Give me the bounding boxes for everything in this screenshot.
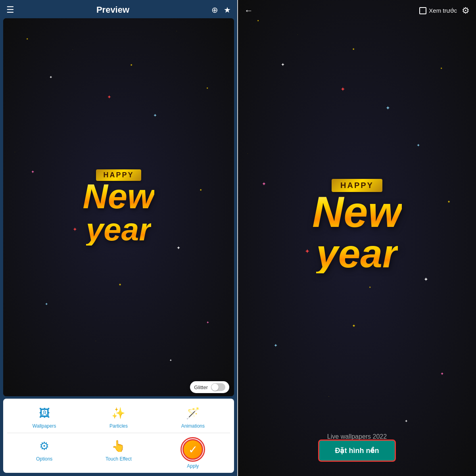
animations-icon: 🪄 [184, 404, 202, 422]
apply-checkmark: ✓ [188, 443, 198, 456]
animations-button[interactable]: 🪄 Animations [175, 404, 211, 429]
touch-effect-label: Touch Effect [106, 456, 132, 462]
year-text-left: year [86, 214, 152, 246]
animations-label: Animations [181, 423, 205, 429]
bottom-bar: 🖼 Wallpapers ✨ Particles 🪄 Animations ⚙ … [3, 399, 234, 473]
xem-truoc-label: Xem trước [429, 7, 457, 14]
hny-text-right: HAPPY New year [312, 179, 402, 273]
settings-icon[interactable]: ⚙ [462, 6, 470, 16]
glitter-toggle-switch[interactable] [211, 383, 225, 391]
set-wallpaper-button[interactable]: Đặt hình nền [318, 440, 396, 462]
xem-truoc-button[interactable]: Xem trước [419, 7, 457, 14]
right-panel: ★ · ★ · ★ ✦ ✦ ✦ ✦ ✦ ★ ✦ ✦ · ✦ ★ · ✦ ✦ ★ … [238, 0, 476, 476]
bottom-row-2: ⚙ Options 👆 Touch Effect ✓ Apply [3, 436, 234, 470]
glitter-label: Glitter [194, 384, 208, 390]
bottom-row-1: 🖼 Wallpapers ✨ Particles 🪄 Animations [3, 403, 234, 430]
back-button[interactable]: ← [244, 6, 253, 16]
touch-effect-button[interactable]: 👆 Touch Effect [101, 437, 136, 462]
new-text-left: New [83, 179, 155, 214]
bottom-divider [7, 433, 230, 433]
right-header: ← Xem trước ⚙ [238, 0, 476, 21]
apply-button[interactable]: ✓ Apply [175, 437, 211, 469]
wallpaper-background: ★ · ★ · ★ ✦ ✦ ✦ ✦ ✦ ★ ✦ ✦ · ✦ ★ · ✦ HAPP… [3, 18, 234, 396]
touch-effect-icon: 👆 [110, 437, 127, 455]
right-header-actions: Xem trước ⚙ [419, 6, 470, 16]
glitter-toggle-container: Glitter [190, 381, 229, 393]
apply-red-border: ✓ [180, 437, 205, 462]
menu-icon[interactable]: ☰ [6, 5, 14, 15]
options-icon: ⚙ [36, 437, 53, 455]
share-icon[interactable]: ⊕ [211, 5, 218, 15]
hny-text-left: HAPPY New year [83, 169, 155, 246]
happy-banner-left: HAPPY [96, 169, 141, 181]
apply-icon: ✓ [182, 439, 203, 460]
wallpapers-icon: 🖼 [36, 404, 53, 422]
new-text-right: New [312, 190, 402, 234]
square-icon [419, 7, 426, 14]
wallpapers-button[interactable]: 🖼 Wallpapers [27, 404, 62, 429]
header-actions: ⊕ ★ [211, 5, 231, 15]
left-header: ☰ Preview ⊕ ★ [3, 0, 234, 18]
particles-icon: ✨ [110, 404, 127, 422]
apply-label: Apply [187, 463, 199, 469]
year-text-right: year [316, 234, 398, 273]
options-button[interactable]: ⚙ Options [27, 437, 62, 462]
preview-title: Preview [96, 5, 129, 15]
toggle-thumb [211, 384, 219, 391]
options-label: Options [36, 456, 52, 462]
favorite-icon[interactable]: ★ [224, 5, 231, 15]
right-wallpaper-background: ★ · ★ · ★ ✦ ✦ ✦ ✦ ✦ ★ ✦ ✦ · ✦ ★ · ✦ ✦ ★ … [238, 0, 476, 476]
happy-banner-right: HAPPY [332, 179, 382, 192]
wallpapers-label: Wallpapers [33, 423, 56, 429]
particles-button[interactable]: ✨ Particles [101, 404, 136, 429]
particles-label: Particles [109, 423, 128, 429]
left-panel: ☰ Preview ⊕ ★ ★ · ★ · ★ ✦ ✦ ✦ ✦ ✦ ★ ✦ ✦ … [0, 0, 238, 476]
wallpaper-preview: ★ · ★ · ★ ✦ ✦ ✦ ✦ ✦ ★ ✦ ✦ · ✦ ★ · ✦ HAPP… [3, 18, 234, 396]
